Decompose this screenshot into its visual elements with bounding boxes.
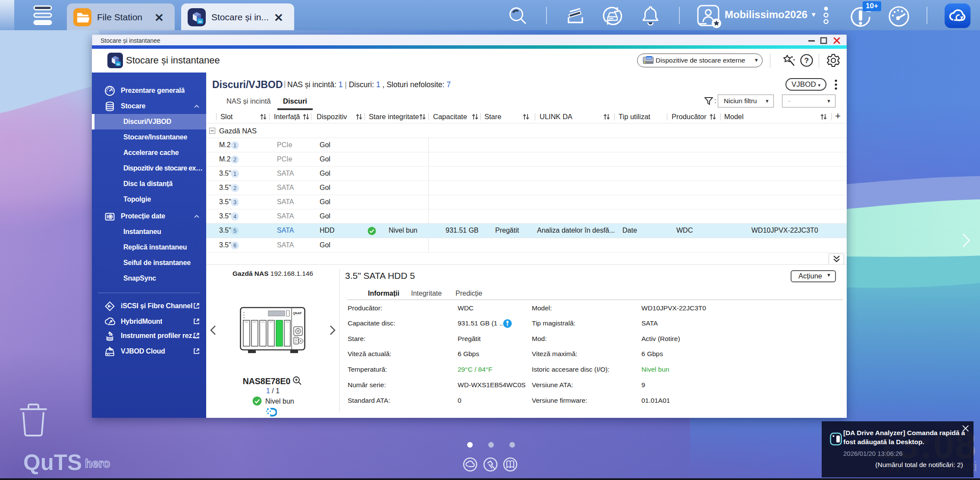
svg-text:?: ? <box>804 57 809 65</box>
svg-text:SSD: SSD <box>647 57 652 60</box>
svg-text:io: io <box>116 62 119 66</box>
svg-text:io: io <box>198 19 202 24</box>
svg-text:QNAP: QNAP <box>293 312 302 315</box>
